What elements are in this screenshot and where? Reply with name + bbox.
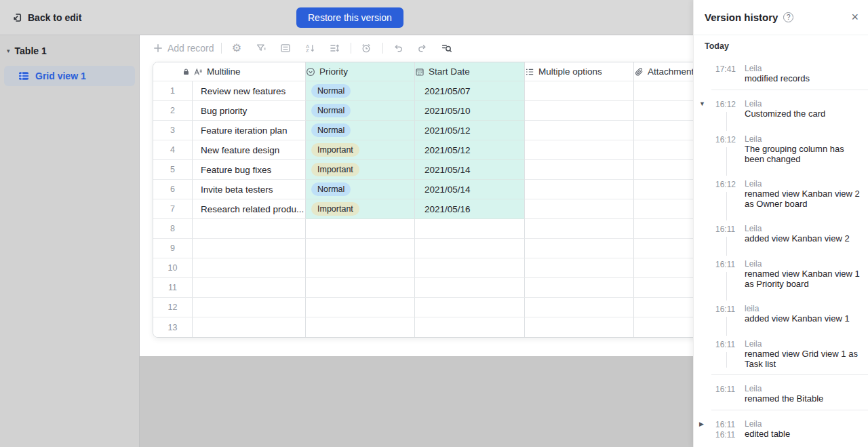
expand-group-icon[interactable]: ▶ <box>699 421 704 427</box>
lock-icon <box>182 68 190 76</box>
undo-button[interactable] <box>389 39 407 57</box>
history-entry[interactable]: 16:12LeilaThe grouping column has been c… <box>694 134 868 164</box>
cell-attachment <box>634 239 693 258</box>
cell-multiline <box>193 298 306 317</box>
entry-time: 16:12 <box>715 100 736 109</box>
cell-start-date: 2021/05/14 <box>415 160 525 180</box>
entry-divider <box>711 90 868 90</box>
cell-start-date: 2021/05/12 <box>415 121 525 140</box>
cell-multiple-options <box>525 199 634 219</box>
cell-multiline <box>193 219 306 239</box>
cell-multiple-options <box>525 298 634 317</box>
sidebar-table-item[interactable]: ▾ Table 1 <box>0 35 139 63</box>
table-row: 4New feature designImportant2021/05/12 <box>153 140 693 160</box>
table-row: 8 <box>153 219 693 239</box>
cell-attachment <box>634 219 693 239</box>
entry-time: 16:11 <box>715 385 735 394</box>
panel-title: Version history <box>705 12 778 23</box>
entry-user: Leila <box>745 179 861 189</box>
entry-time: 16:11 <box>715 305 735 314</box>
history-entry[interactable]: 16:11Leilarenamed the Bitable <box>694 384 868 404</box>
sort-icon: AZ <box>304 43 315 54</box>
search-records-button[interactable] <box>437 39 456 57</box>
cell-multiple-options <box>525 239 634 258</box>
timeline-connector <box>726 112 727 131</box>
row-number-cell: 3 <box>153 121 193 140</box>
redo-button[interactable] <box>413 39 431 57</box>
history-entry[interactable]: ▼16:12LeilaCustomized the card <box>694 99 868 119</box>
priority-badge: Normal <box>311 123 351 137</box>
toolbar-divider <box>382 43 383 54</box>
toolbar-divider <box>221 43 222 54</box>
entry-action-text: Customized the card <box>745 109 861 119</box>
column-header-start_date[interactable]: Start Date <box>415 62 525 81</box>
history-entry[interactable]: 16:11leilaadded view Kanban view 1 <box>694 304 868 324</box>
cell-attachment <box>634 101 693 121</box>
app-window: Back to edit Restore this version ▾ Tabl… <box>0 0 868 447</box>
redo-icon <box>417 43 428 54</box>
cell-priority: Normal <box>306 121 415 140</box>
history-entry[interactable]: ▶16:1116:11Leilaedited table <box>694 419 868 440</box>
row-number-cell: 2 <box>153 101 193 121</box>
table-row: 9 <box>153 239 693 258</box>
cell-start-date: 2021/05/10 <box>415 101 525 121</box>
cell-priority <box>306 278 415 298</box>
grid-header-row: MultilinePriorityStart DateMultiple opti… <box>153 62 693 81</box>
cell-priority <box>306 258 415 278</box>
row-number-cell: 10 <box>153 258 193 278</box>
cell-multiline <box>193 317 306 337</box>
history-entry[interactable]: 16:11Leilaadded view Kanban view 2 <box>694 224 868 244</box>
table-row: 11 <box>153 278 693 298</box>
cell-multiline <box>193 258 306 278</box>
help-icon[interactable]: ? <box>783 12 793 22</box>
entry-user: leila <box>745 304 861 314</box>
cell-start-date <box>415 298 525 317</box>
group-button[interactable] <box>325 39 343 57</box>
collapse-group-icon[interactable]: ▼ <box>699 100 705 107</box>
history-entry[interactable]: 17:41Leilamodified records <box>694 64 868 84</box>
main-area: Add record ⚙ AZ <box>140 35 693 356</box>
entry-action-text: edited table <box>745 429 861 440</box>
priority-badge: Important <box>311 163 359 176</box>
cell-multiple-options <box>525 81 634 101</box>
history-entry[interactable]: 16:11Leilarenamed view Grid view 1 as Ta… <box>694 339 868 369</box>
priority-badge: Normal <box>311 84 351 98</box>
entry-time: 16:11 <box>715 340 735 349</box>
cell-multiline: Research related produ... <box>193 199 306 219</box>
column-header-attachment[interactable]: Attachment <box>634 62 693 81</box>
add-record-button[interactable]: Add record <box>153 43 214 54</box>
column-header-options[interactable]: Multiple options <box>525 62 634 81</box>
cell-priority <box>306 239 415 258</box>
column-name-label: Multiline <box>207 66 241 77</box>
filter-button[interactable] <box>252 39 270 57</box>
version-history-panel: Version history ? × Today 17:41Leilamodi… <box>693 0 868 447</box>
view-name-label: Grid view 1 <box>35 71 86 81</box>
cell-attachment <box>634 180 693 199</box>
row-number-cell: 8 <box>153 219 193 239</box>
cell-priority: Important <box>306 199 415 219</box>
add-record-label: Add record <box>167 43 214 54</box>
column-header-priority[interactable]: Priority <box>306 62 415 81</box>
svg-text:Z: Z <box>306 47 309 54</box>
settings-button[interactable]: ⚙ <box>227 39 245 57</box>
row-number-cell: 4 <box>153 140 193 160</box>
date-field-icon <box>415 67 425 77</box>
timeline-connector <box>726 352 727 368</box>
clock-icon <box>361 43 372 54</box>
column-header-multiline[interactable]: Multiline <box>153 62 306 81</box>
history-entry[interactable]: 16:12Leilarenamed view Kanban view 2 as … <box>694 179 868 209</box>
sort-button[interactable]: AZ <box>300 39 319 57</box>
close-icon[interactable]: × <box>851 9 859 24</box>
back-to-edit-button[interactable]: Back to edit <box>11 0 81 35</box>
cell-multiple-options <box>525 219 634 239</box>
history-clock-button[interactable] <box>357 39 375 57</box>
table-row: 5Feature bug fixesImportant2021/05/14 <box>153 160 693 180</box>
cell-multiline <box>193 239 306 258</box>
row-number-cell: 6 <box>153 180 193 199</box>
entry-divider <box>711 374 868 375</box>
row-height-button[interactable] <box>276 39 294 57</box>
restore-version-button[interactable]: Restore this version <box>296 7 403 28</box>
entry-time: 17:41 <box>715 64 736 74</box>
sidebar-view-grid-view-1[interactable]: Grid view 1 <box>4 66 135 86</box>
history-entry[interactable]: 16:11Leilarenamed view Kanban view 1 as … <box>694 259 868 289</box>
